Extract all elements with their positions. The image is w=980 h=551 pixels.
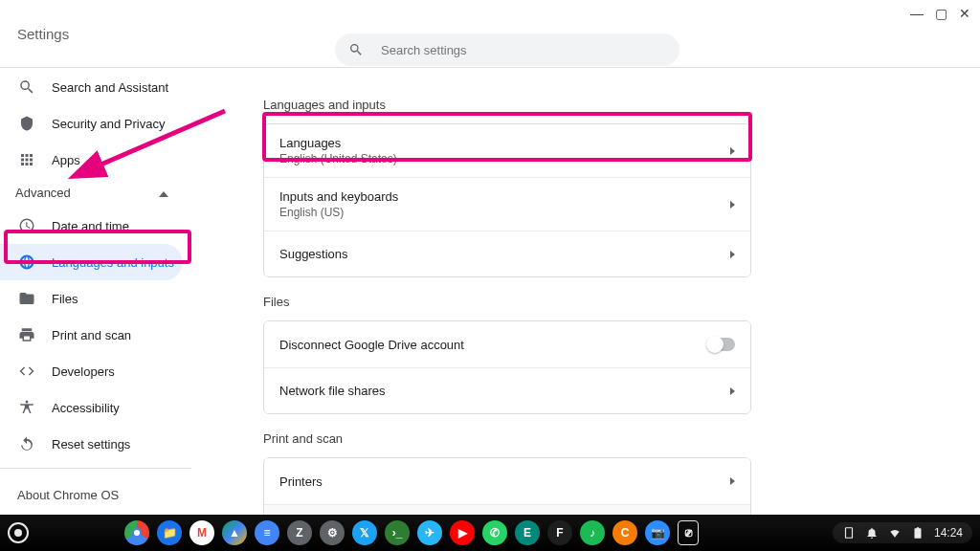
search-icon — [17, 77, 36, 97]
card-languages-inputs: Languages English (United States) Inputs… — [263, 123, 751, 277]
search-bar[interactable] — [335, 33, 679, 66]
row-languages[interactable]: Languages English (United States) — [264, 124, 750, 177]
app-figma-icon[interactable]: F — [547, 520, 572, 545]
sidebar-item-label: Languages and inputs — [52, 255, 174, 270]
app-chrome-icon[interactable] — [124, 520, 149, 545]
taskbar: 📁 M ▲ ≡ Z ⚙ 𝕏 ›_ ✈ ▶ ✆ E F ♪ C 📷 ⎚ 14:24 — [0, 515, 980, 551]
sidebar-item-label: Developers — [52, 364, 115, 379]
main-content: Languages and inputs Languages English (… — [263, 67, 751, 551]
app-z-icon[interactable]: Z — [287, 520, 312, 545]
app-spotify-icon[interactable]: ♪ — [580, 520, 605, 545]
wifi-icon — [888, 526, 902, 540]
folder-icon — [17, 289, 36, 308]
app-whatsapp-icon[interactable]: ✆ — [482, 520, 507, 545]
row-disconnect-drive[interactable]: Disconnect Google Drive account — [264, 321, 750, 367]
notifications-icon — [865, 526, 879, 540]
sidebar-item-languages-inputs[interactable]: Languages and inputs — [0, 244, 182, 280]
sidebar-item-label: Files — [52, 292, 78, 306]
chevron-right-icon — [730, 147, 735, 155]
sidebar-item-label: Reset settings — [52, 437, 130, 452]
row-title: Printers — [279, 474, 730, 489]
section-title-print-scan: Print and scan — [263, 431, 751, 446]
sidebar-advanced-toggle[interactable]: Advanced — [0, 178, 191, 208]
chevron-right-icon — [730, 251, 735, 258]
toggle-disconnect-drive[interactable] — [708, 338, 735, 351]
sidebar-item-label: Accessibility — [52, 401, 120, 415]
section-title-languages: Languages and inputs — [263, 98, 751, 112]
sidebar-item-date-time[interactable]: Date and time — [0, 208, 220, 244]
search-input[interactable] — [381, 43, 666, 57]
app-docs-icon[interactable]: ≡ — [255, 520, 279, 545]
app-e-icon[interactable]: E — [515, 520, 540, 545]
app-telegram-icon[interactable]: ✈ — [417, 520, 442, 545]
clock-icon — [17, 216, 36, 235]
row-suggestions[interactable]: Suggestions — [264, 231, 750, 276]
sidebar-item-accessibility[interactable]: Accessibility — [0, 389, 220, 426]
sidebar-item-files[interactable]: Files — [0, 280, 220, 317]
chevron-right-icon — [730, 477, 735, 485]
row-title: Disconnect Google Drive account — [279, 338, 708, 352]
row-title: Network file shares — [279, 384, 730, 398]
app-c-icon[interactable]: C — [612, 520, 637, 545]
chevron-up-icon — [159, 186, 168, 200]
row-inputs-keyboards[interactable]: Inputs and keyboards English (US) — [264, 177, 750, 231]
battery-icon — [911, 526, 924, 540]
system-tray[interactable]: 14:24 — [833, 522, 972, 543]
header: Settings — [0, 0, 980, 67]
sidebar-separator — [0, 468, 191, 469]
code-icon — [17, 362, 36, 381]
tray-time: 14:24 — [934, 526, 963, 540]
search-icon — [348, 42, 364, 57]
row-subtitle: English (US) — [279, 206, 730, 219]
section-title-files: Files — [263, 295, 751, 309]
row-subtitle: English (United States) — [279, 152, 730, 165]
sidebar-item-label: Search and Assistant — [52, 80, 168, 95]
globe-icon — [17, 253, 36, 272]
accessibility-icon — [17, 398, 36, 417]
sidebar-item-developers[interactable]: Developers — [0, 353, 220, 389]
row-printers[interactable]: Printers — [264, 458, 750, 504]
sidebar-item-search-assistant[interactable]: Search and Assistant — [0, 69, 220, 105]
reset-icon — [17, 434, 36, 453]
app-terminal-icon[interactable]: ›_ — [385, 520, 410, 545]
grid-icon — [17, 150, 36, 169]
app-gmail-icon[interactable]: M — [189, 520, 214, 545]
shield-icon — [17, 114, 36, 133]
app-twitter-icon[interactable]: 𝕏 — [352, 520, 377, 545]
page-title: Settings — [17, 26, 69, 42]
sidebar-item-label: Apps — [52, 153, 80, 167]
sidebar-item-label: Date and time — [52, 219, 129, 233]
row-title: Languages — [279, 136, 730, 150]
sidebar-item-apps[interactable]: Apps — [0, 142, 220, 178]
app-files-icon[interactable]: 📁 — [157, 520, 182, 545]
app-drive-icon[interactable]: ▲ — [222, 520, 247, 545]
sidebar-item-print-scan[interactable]: Print and scan — [0, 317, 220, 353]
app-overview-icon[interactable]: ⎚ — [678, 520, 699, 545]
app-zoom-icon[interactable]: 📷 — [645, 520, 670, 545]
sidebar-item-reset[interactable]: Reset settings — [0, 426, 220, 462]
sidebar-item-about[interactable]: About Chrome OS — [0, 474, 220, 516]
printer-icon — [17, 325, 36, 344]
taskbar-apps: 📁 M ▲ ≡ Z ⚙ 𝕏 ›_ ✈ ▶ ✆ E F ♪ C 📷 ⎚ — [124, 520, 699, 545]
app-youtube-icon[interactable]: ▶ — [450, 520, 475, 545]
chevron-right-icon — [730, 387, 735, 395]
sidebar-item-security-privacy[interactable]: Security and Privacy — [0, 105, 220, 142]
sidebar-item-label: Security and Privacy — [52, 117, 166, 131]
sidebar-advanced-label: Advanced — [15, 186, 71, 200]
card-files: Disconnect Google Drive account Network … — [263, 320, 751, 414]
phone-icon — [842, 526, 856, 540]
chevron-right-icon — [730, 201, 735, 209]
app-settings-icon[interactable]: ⚙ — [320, 520, 345, 545]
sidebar: Search and Assistant Security and Privac… — [0, 67, 220, 516]
row-title: Inputs and keyboards — [279, 189, 730, 204]
sidebar-item-label: Print and scan — [52, 328, 131, 342]
row-network-file-shares[interactable]: Network file shares — [264, 367, 750, 413]
launcher-button[interactable] — [8, 522, 29, 543]
row-title: Suggestions — [279, 247, 730, 261]
